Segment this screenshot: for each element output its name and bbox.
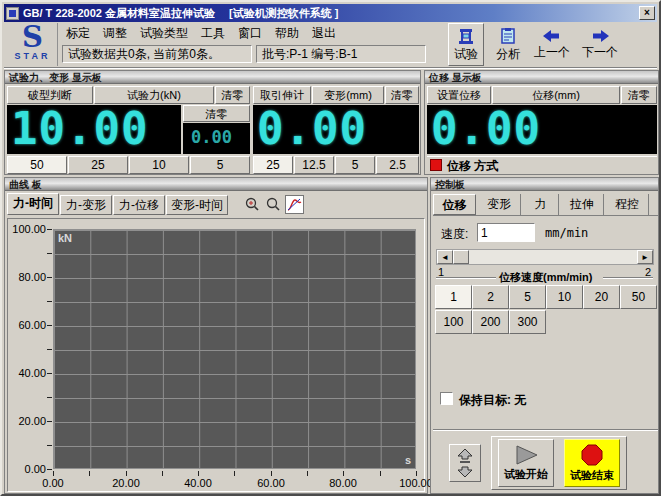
displacement-clear-button[interactable]: 清零 <box>621 86 657 104</box>
break-judge-button[interactable]: 破型判断 <box>7 86 93 104</box>
app-icon <box>6 7 19 20</box>
speed-preset-300[interactable]: 300 <box>509 310 546 334</box>
extensometer-button[interactable]: 取引伸计 <box>253 86 311 104</box>
ctab-force[interactable]: 力 <box>523 194 559 215</box>
force-unit-label: 试验力(kN) <box>94 86 214 104</box>
stop-test-label: 试验结束 <box>570 468 614 483</box>
scrollbar-right-arrow[interactable]: ► <box>637 250 653 264</box>
deform-range-25[interactable]: 25 <box>253 156 293 174</box>
logo: S STAR <box>8 23 58 66</box>
window-title: GB/ T 228-2002 金属材料室温拉伸试验 [试验机测控软件系统 ] <box>23 6 338 21</box>
tab-force-deform[interactable]: 力-变形 <box>60 195 112 215</box>
mode-indicator-square <box>430 159 442 171</box>
ctab-program[interactable]: 程控 <box>606 194 649 215</box>
peak-clear-button[interactable]: 清零 <box>183 105 250 122</box>
group-line-left <box>436 277 496 279</box>
test-machine-icon <box>457 27 475 45</box>
force-range-10[interactable]: 10 <box>129 156 189 174</box>
ctab-tensile[interactable]: 拉伸 <box>561 194 604 215</box>
displacement-mode-row: 位移 方式 <box>427 156 657 173</box>
speed-preset-1[interactable]: 1 <box>435 285 472 309</box>
displacement-value-display: 0.00 <box>427 105 657 154</box>
displacement-mode-label: 位移 方式 <box>447 158 498 175</box>
y-axis-ticks <box>47 229 52 470</box>
displacement-unit-label: 位移(mm) <box>492 86 620 104</box>
deform-clear-button[interactable]: 清零 <box>385 86 419 104</box>
speed-input[interactable] <box>477 223 535 242</box>
status-data-count: 试验数据共0条, 当前第0条。 <box>62 45 252 63</box>
test-mode-button[interactable]: 试验 <box>448 23 484 66</box>
previous-button[interactable]: 上一个 <box>530 23 574 66</box>
title-bar: GB/ T 228-2002 金属材料室温拉伸试验 [试验机测控软件系统 ] × <box>4 4 657 22</box>
curve-tool-button[interactable] <box>285 195 304 214</box>
zoom-out-icon <box>266 197 281 212</box>
zoom-out-button[interactable] <box>264 195 283 214</box>
close-button[interactable]: × <box>639 6 655 20</box>
force-range-25[interactable]: 25 <box>68 156 128 174</box>
menu-item-calibrate[interactable]: 标定 <box>66 25 90 42</box>
set-displacement-button[interactable]: 设置位移 <box>427 86 491 104</box>
speed-preset-200[interactable]: 200 <box>472 310 509 334</box>
deform-subpanel: 取引伸计 变形(mm) 清零 0.00 25 12.5 5 2.5 <box>253 86 419 173</box>
menu-item-window[interactable]: 窗口 <box>238 25 262 42</box>
scrollbar-thumb[interactable] <box>453 250 469 264</box>
tab-force-displacement[interactable]: 力-位移 <box>113 195 165 215</box>
hold-target-label: 保持目标: 无 <box>459 392 526 409</box>
next-button[interactable]: 下一个 <box>578 23 622 66</box>
play-icon <box>513 445 539 465</box>
speed-preset-10[interactable]: 10 <box>546 285 583 309</box>
menu-item-exit[interactable]: 退出 <box>312 25 336 42</box>
control-panel: 控制板 位移 变形 力 拉伸 程控 速度: mm/min ◄ ► 1 2 位移速… <box>430 177 659 494</box>
scrollbar-left-arrow[interactable]: ◄ <box>437 250 453 264</box>
ctab-deform[interactable]: 变形 <box>478 194 521 215</box>
hold-target-checkbox[interactable] <box>440 392 453 405</box>
y-tick-20: 20.00 <box>6 415 46 427</box>
tab-force-time[interactable]: 力-时间 <box>7 193 59 215</box>
chart-area: kN s 100.00 80.00 60.00 40.00 20.00 0.00… <box>7 218 425 492</box>
bottom-divider <box>433 429 658 431</box>
menu-item-tools[interactable]: 工具 <box>201 25 225 42</box>
x-axis-ticks <box>53 471 417 476</box>
control-tab-bar: 位移 变形 力 拉伸 程控 <box>433 194 658 216</box>
arrow-right-icon <box>590 29 610 43</box>
speed-preset-2[interactable]: 2 <box>472 285 509 309</box>
speed-preset-100[interactable]: 100 <box>435 310 472 334</box>
menu-item-test-type[interactable]: 试验类型 <box>140 25 188 42</box>
y-tick-0: 0.00 <box>6 463 46 475</box>
chart-x-unit-label: s <box>405 454 411 466</box>
speed-preset-5[interactable]: 5 <box>509 285 546 309</box>
test-mode-label: 试验 <box>454 46 478 63</box>
menu-item-adjust[interactable]: 调整 <box>103 25 127 42</box>
zoom-in-button[interactable] <box>243 195 262 214</box>
tab-deform-time[interactable]: 变形-时间 <box>166 195 228 215</box>
start-test-button[interactable]: 试验开始 <box>498 439 554 487</box>
stop-test-button[interactable]: 试验结束 <box>564 439 620 487</box>
speed-preset-50[interactable]: 50 <box>620 285 657 309</box>
status-batch-number: 批号:P-1 编号:B-1 <box>256 45 426 63</box>
force-range-50[interactable]: 50 <box>7 156 67 174</box>
deform-range-12_5[interactable]: 12.5 <box>294 156 334 174</box>
displacement-panel-title: 位移 显示板 <box>425 71 658 84</box>
curve-panel: 曲线 板 力-时间 力-变形 力-位移 变形-时间 <box>4 177 428 494</box>
deform-unit-label: 变形(mm) <box>312 86 384 104</box>
speed-scrollbar[interactable]: ◄ ► <box>436 249 654 265</box>
jog-up-down-button[interactable] <box>449 444 481 482</box>
force-clear-button[interactable]: 清零 <box>215 86 250 104</box>
deform-range-2_5[interactable]: 2.5 <box>376 156 419 174</box>
deform-range-5[interactable]: 5 <box>335 156 375 174</box>
curve-tab-bar: 力-时间 力-变形 力-位移 变形-时间 <box>7 193 425 216</box>
force-range-5[interactable]: 5 <box>190 156 250 174</box>
ctab-displacement[interactable]: 位移 <box>433 194 476 215</box>
next-label: 下一个 <box>582 44 618 61</box>
menu-item-help[interactable]: 帮助 <box>275 25 299 42</box>
arrow-left-icon <box>542 29 562 43</box>
x-tick-20: 20.00 <box>104 477 148 489</box>
speed-group-title: 位移速度(mm/min) <box>499 270 593 285</box>
y-tick-80: 80.00 <box>6 271 46 283</box>
speed-preset-20[interactable]: 20 <box>583 285 620 309</box>
chart-plot[interactable]: kN s <box>53 229 416 469</box>
peak-value-display: 0.00 <box>183 123 250 154</box>
clipboard-icon <box>499 27 517 45</box>
logo-text: STAR <box>8 51 57 61</box>
analyze-mode-button[interactable]: 分析 <box>490 23 526 66</box>
